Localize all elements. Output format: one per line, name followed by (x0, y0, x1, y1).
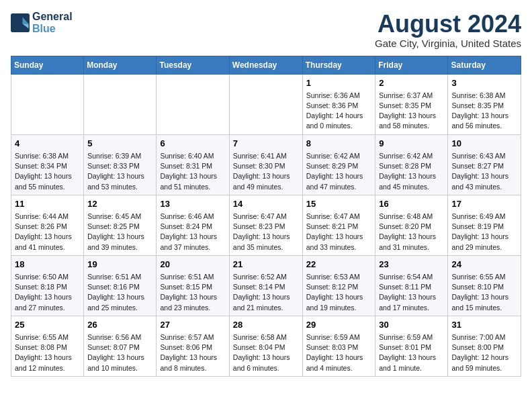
day-info: Sunrise: 6:58 AM Sunset: 8:04 PM Dayligh… (233, 332, 299, 373)
day-info: Sunrise: 6:44 AM Sunset: 8:26 PM Dayligh… (15, 212, 80, 253)
day-number: 26 (87, 319, 152, 331)
day-number: 5 (87, 138, 152, 150)
day-number: 1 (306, 77, 372, 89)
day-info: Sunrise: 6:38 AM Sunset: 8:34 PM Dayligh… (15, 151, 80, 192)
logo-icon (11, 13, 30, 32)
calendar-week-row: 18Sunrise: 6:50 AM Sunset: 8:18 PM Dayli… (11, 255, 521, 316)
calendar-cell: 11Sunrise: 6:44 AM Sunset: 8:26 PM Dayli… (11, 195, 84, 255)
day-info: Sunrise: 6:40 AM Sunset: 8:31 PM Dayligh… (160, 151, 225, 192)
calendar-cell: 23Sunrise: 6:54 AM Sunset: 8:11 PM Dayli… (375, 255, 448, 316)
calendar-week-row: 11Sunrise: 6:44 AM Sunset: 8:26 PM Dayli… (11, 195, 521, 255)
day-number: 12 (87, 198, 152, 210)
day-number: 22 (306, 259, 372, 271)
day-number: 20 (160, 259, 225, 271)
calendar-cell: 20Sunrise: 6:51 AM Sunset: 8:15 PM Dayli… (157, 255, 229, 316)
calendar-cell: 14Sunrise: 6:47 AM Sunset: 8:23 PM Dayli… (229, 195, 302, 255)
calendar-cell: 18Sunrise: 6:50 AM Sunset: 8:18 PM Dayli… (11, 255, 84, 316)
logo-text-line2: Blue (32, 23, 73, 35)
day-info: Sunrise: 6:59 AM Sunset: 8:03 PM Dayligh… (306, 332, 372, 373)
day-info: Sunrise: 6:52 AM Sunset: 8:14 PM Dayligh… (233, 272, 299, 313)
calendar-cell: 12Sunrise: 6:45 AM Sunset: 8:25 PM Dayli… (84, 195, 157, 255)
calendar-week-row: 4Sunrise: 6:38 AM Sunset: 8:34 PM Daylig… (11, 134, 521, 195)
day-number: 21 (233, 259, 299, 271)
day-number: 6 (160, 138, 225, 150)
weekday-header-cell: Friday (375, 56, 448, 74)
day-info: Sunrise: 6:57 AM Sunset: 8:06 PM Dayligh… (160, 332, 225, 373)
day-info: Sunrise: 6:47 AM Sunset: 8:23 PM Dayligh… (233, 212, 299, 253)
day-info: Sunrise: 6:42 AM Sunset: 8:28 PM Dayligh… (379, 151, 444, 192)
day-number: 25 (15, 319, 80, 331)
calendar-cell: 27Sunrise: 6:57 AM Sunset: 8:06 PM Dayli… (157, 316, 229, 376)
day-info: Sunrise: 6:53 AM Sunset: 8:12 PM Dayligh… (306, 272, 372, 313)
day-number: 28 (233, 319, 299, 331)
calendar-cell: 10Sunrise: 6:43 AM Sunset: 8:27 PM Dayli… (448, 134, 521, 195)
calendar-cell: 29Sunrise: 6:59 AM Sunset: 8:03 PM Dayli… (302, 316, 375, 376)
day-number: 27 (160, 319, 225, 331)
day-number: 14 (233, 198, 299, 210)
weekday-header-cell: Wednesday (229, 56, 302, 74)
weekday-header-cell: Thursday (302, 56, 375, 74)
calendar-cell: 25Sunrise: 6:55 AM Sunset: 8:08 PM Dayli… (11, 316, 84, 376)
logo-text-line1: General (32, 11, 73, 23)
calendar-cell (157, 74, 229, 134)
day-info: Sunrise: 6:43 AM Sunset: 8:27 PM Dayligh… (451, 151, 517, 192)
day-info: Sunrise: 6:37 AM Sunset: 8:35 PM Dayligh… (379, 91, 444, 132)
day-info: Sunrise: 6:49 AM Sunset: 8:19 PM Dayligh… (451, 212, 517, 253)
day-info: Sunrise: 7:00 AM Sunset: 8:00 PM Dayligh… (451, 332, 517, 373)
day-number: 13 (160, 198, 225, 210)
day-info: Sunrise: 6:48 AM Sunset: 8:20 PM Dayligh… (379, 212, 444, 253)
page-header: General Blue August 2024 Gate City, Virg… (11, 11, 521, 49)
calendar-cell: 16Sunrise: 6:48 AM Sunset: 8:20 PM Dayli… (375, 195, 448, 255)
calendar-cell: 13Sunrise: 6:46 AM Sunset: 8:24 PM Dayli… (157, 195, 229, 255)
calendar-cell: 9Sunrise: 6:42 AM Sunset: 8:28 PM Daylig… (375, 134, 448, 195)
weekday-header-cell: Saturday (448, 56, 521, 74)
day-number: 9 (379, 138, 444, 150)
calendar-cell: 31Sunrise: 7:00 AM Sunset: 8:00 PM Dayli… (448, 316, 521, 376)
day-info: Sunrise: 6:55 AM Sunset: 8:08 PM Dayligh… (15, 332, 80, 373)
calendar-week-row: 25Sunrise: 6:55 AM Sunset: 8:08 PM Dayli… (11, 316, 521, 376)
calendar-cell (84, 74, 157, 134)
day-number: 2 (379, 77, 444, 89)
calendar-cell: 4Sunrise: 6:38 AM Sunset: 8:34 PM Daylig… (11, 134, 84, 195)
day-number: 24 (451, 259, 517, 271)
day-info: Sunrise: 6:45 AM Sunset: 8:25 PM Dayligh… (87, 212, 152, 253)
title-block: August 2024 Gate City, Virginia, United … (375, 11, 521, 49)
calendar-table: SundayMondayTuesdayWednesdayThursdayFrid… (11, 56, 521, 377)
calendar-cell (11, 74, 84, 134)
day-info: Sunrise: 6:38 AM Sunset: 8:35 PM Dayligh… (451, 91, 517, 132)
day-number: 4 (15, 138, 80, 150)
day-info: Sunrise: 6:56 AM Sunset: 8:07 PM Dayligh… (87, 332, 152, 373)
day-number: 18 (15, 259, 80, 271)
calendar-cell: 6Sunrise: 6:40 AM Sunset: 8:31 PM Daylig… (157, 134, 229, 195)
day-info: Sunrise: 6:51 AM Sunset: 8:15 PM Dayligh… (160, 272, 225, 313)
day-number: 10 (451, 138, 517, 150)
day-number: 15 (306, 198, 372, 210)
calendar-cell: 5Sunrise: 6:39 AM Sunset: 8:33 PM Daylig… (84, 134, 157, 195)
location-subtitle: Gate City, Virginia, United States (375, 38, 521, 49)
day-number: 7 (233, 138, 299, 150)
calendar-cell: 24Sunrise: 6:55 AM Sunset: 8:10 PM Dayli… (448, 255, 521, 316)
calendar-cell: 8Sunrise: 6:42 AM Sunset: 8:29 PM Daylig… (302, 134, 375, 195)
day-info: Sunrise: 6:36 AM Sunset: 8:36 PM Dayligh… (306, 91, 372, 132)
calendar-cell: 17Sunrise: 6:49 AM Sunset: 8:19 PM Dayli… (448, 195, 521, 255)
day-info: Sunrise: 6:50 AM Sunset: 8:18 PM Dayligh… (15, 272, 80, 313)
day-number: 19 (87, 259, 152, 271)
day-number: 31 (451, 319, 517, 331)
weekday-header-row: SundayMondayTuesdayWednesdayThursdayFrid… (11, 56, 521, 74)
calendar-cell: 26Sunrise: 6:56 AM Sunset: 8:07 PM Dayli… (84, 316, 157, 376)
weekday-header-cell: Monday (84, 56, 157, 74)
day-number: 23 (379, 259, 444, 271)
logo: General Blue (11, 11, 73, 34)
day-info: Sunrise: 6:59 AM Sunset: 8:01 PM Dayligh… (379, 332, 444, 373)
day-info: Sunrise: 6:51 AM Sunset: 8:16 PM Dayligh… (87, 272, 152, 313)
day-info: Sunrise: 6:39 AM Sunset: 8:33 PM Dayligh… (87, 151, 152, 192)
calendar-cell: 7Sunrise: 6:41 AM Sunset: 8:30 PM Daylig… (229, 134, 302, 195)
day-info: Sunrise: 6:46 AM Sunset: 8:24 PM Dayligh… (160, 212, 225, 253)
calendar-cell: 21Sunrise: 6:52 AM Sunset: 8:14 PM Dayli… (229, 255, 302, 316)
calendar-cell: 30Sunrise: 6:59 AM Sunset: 8:01 PM Dayli… (375, 316, 448, 376)
day-info: Sunrise: 6:42 AM Sunset: 8:29 PM Dayligh… (306, 151, 372, 192)
calendar-cell: 15Sunrise: 6:47 AM Sunset: 8:21 PM Dayli… (302, 195, 375, 255)
calendar-cell: 1Sunrise: 6:36 AM Sunset: 8:36 PM Daylig… (302, 74, 375, 134)
weekday-header-cell: Tuesday (157, 56, 229, 74)
day-number: 3 (451, 77, 517, 89)
